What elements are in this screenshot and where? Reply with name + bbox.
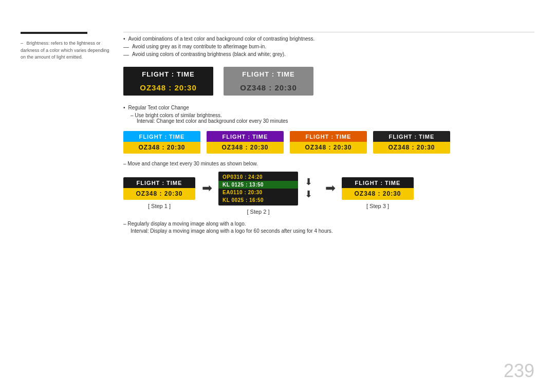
sub-title-text: Regular Text color Change (128, 105, 189, 110)
scroll-row-2-text: KL 0125 : 13:50 (223, 182, 264, 188)
bottom-note-1-text: – Regularly display a moving image along… (123, 221, 246, 227)
step-3-header-text: FLIGHT : TIME (355, 180, 401, 186)
step-3-label: [ Step 3 ] (366, 203, 389, 209)
step-3-body-text: OZ348 : 20:30 (354, 190, 401, 197)
sidebar-text: – Brightness: refers to the lightness or… (21, 40, 116, 61)
sub-dash1: – Use bright colors of similar brightnes… (131, 113, 534, 118)
panel-body-dark: OZ348 : 20:30 (123, 81, 213, 96)
scroll-row-1-text: OP0310 : 24:20 (223, 174, 263, 180)
down-arrow-2: ⬇ (305, 189, 312, 200)
step-row: FLIGHT : TIME OZ348 : 20:30 [ Step 1 ] ➡… (123, 172, 534, 215)
mini-header-dark4-text: FLIGHT : TIME (389, 134, 435, 140)
main-content: • Avoid combinations of a text color and… (123, 32, 534, 234)
step-1-body: OZ348 : 20:30 (123, 188, 195, 200)
mini-header-purple: FLIGHT : TIME (207, 131, 284, 142)
panel-body-dark-text: OZ348 : 20:30 (140, 83, 197, 92)
step-2-item: OP0310 : 24:20 KL 0125 : 13:50 EA0110 : … (218, 172, 298, 215)
step-1-label: [ Step 1 ] (148, 203, 171, 209)
flight-panel-gray: FLIGHT : TIME OZ348 : 20:30 (224, 67, 313, 96)
mini-header-orange: FLIGHT : TIME (290, 131, 367, 142)
scroll-row-3-text: EA0110 : 20:30 (223, 190, 263, 195)
mini-panel-orange: FLIGHT : TIME OZ348 : 20:30 (290, 131, 367, 154)
mini-body-dark4: OZ348 : 20:30 (373, 142, 450, 154)
move-note: – Move and change text every 30 minutes … (123, 161, 534, 166)
bottom-note-2-text: Interval: Display a moving image along w… (131, 228, 333, 234)
bullet-item-1: • Avoid combinations of a text color and… (123, 36, 534, 42)
down-arrows: ⬇ ⬇ (298, 176, 319, 210)
sub-section: • Regular Text color Change – Use bright… (123, 105, 534, 124)
panel-body-gray: OZ348 : 20:30 (224, 81, 313, 96)
dash-text-2: Avoid using colors of contrasting bright… (132, 51, 286, 57)
mini-header-blue-text: FLIGHT : TIME (139, 134, 185, 140)
scroll-row-4: KL 0025 : 16:50 (218, 196, 298, 204)
bottom-note-2: Interval: Display a moving image along w… (131, 228, 534, 234)
mini-body-purple-text: OZ348 : 20:30 (221, 144, 268, 151)
step-1-body-text: OZ348 : 20:30 (136, 190, 182, 197)
step-1-header: FLIGHT : TIME (123, 177, 195, 188)
step-3-item: FLIGHT : TIME OZ348 : 20:30 [ Step 3 ] (342, 177, 414, 209)
bottom-note-1: – Regularly display a moving image along… (123, 221, 534, 227)
sub-title: • Regular Text color Change (123, 105, 534, 110)
mini-header-orange-text: FLIGHT : TIME (306, 134, 351, 140)
panel-header-gray-text: FLIGHT : TIME (242, 70, 295, 78)
sub-dash2-text: Interval: Change text color and backgrou… (137, 118, 288, 124)
mini-body-dark4-text: OZ348 : 20:30 (388, 144, 435, 151)
down-arrow-1: ⬇ (305, 176, 312, 188)
scroll-row-2: KL 0125 : 13:50 (218, 181, 298, 189)
sidebar-dash: – (21, 40, 23, 47)
step-1-header-text: FLIGHT : TIME (137, 180, 182, 186)
step-3-header: FLIGHT : TIME (342, 177, 414, 188)
four-panels-row: FLIGHT : TIME OZ348 : 20:30 FLIGHT : TIM… (123, 131, 534, 154)
panel-body-gray-text: OZ348 : 20:30 (240, 83, 297, 92)
arrow-2: ➡ (319, 181, 342, 206)
mini-body-orange: OZ348 : 20:30 (290, 142, 367, 154)
page-number: 239 (504, 360, 534, 382)
mini-header-purple-text: FLIGHT : TIME (223, 134, 268, 140)
mini-header-dark4: FLIGHT : TIME (373, 131, 450, 142)
bottom-notes: – Regularly display a moving image along… (123, 221, 534, 234)
step-2-label: [ Step 2 ] (247, 209, 269, 215)
panel-header-dark: FLIGHT : TIME (123, 67, 213, 81)
step-3-body: OZ348 : 20:30 (342, 188, 414, 200)
arrow-1: ➡ (195, 181, 218, 206)
mini-panel-purple: FLIGHT : TIME OZ348 : 20:30 (207, 131, 284, 154)
step-1-item: FLIGHT : TIME OZ348 : 20:30 [ Step 1 ] (123, 177, 195, 209)
dash-sym-2: — (123, 51, 129, 58)
main-flight-panels: FLIGHT : TIME OZ348 : 20:30 FLIGHT : TIM… (123, 67, 534, 96)
dash-sym-1: — (123, 44, 129, 50)
mini-panel-blue: FLIGHT : TIME OZ348 : 20:30 (123, 131, 200, 154)
step-2-scroll-panel: OP0310 : 24:20 KL 0125 : 13:50 EA0110 : … (218, 172, 298, 206)
sidebar: – Brightness: refers to the lightness or… (21, 32, 116, 61)
dash-text-1: Avoid using grey as it may contribute to… (132, 44, 266, 49)
move-note-text: – Move and change text every 30 minutes … (123, 161, 258, 166)
sidebar-content: Brightness: refers to the lightness or d… (21, 41, 109, 60)
sub-bullet: • (123, 105, 125, 110)
sidebar-accent-bar (21, 32, 87, 34)
mini-panel-dark4: FLIGHT : TIME OZ348 : 20:30 (373, 131, 450, 154)
sub-dash2: Interval: Change text color and backgrou… (137, 118, 534, 124)
bullet-text-1: Avoid combinations of a text color and b… (128, 36, 315, 42)
scroll-row-3: EA0110 : 20:30 (218, 189, 298, 196)
step-1-panel: FLIGHT : TIME OZ348 : 20:30 (123, 177, 195, 200)
bullet-dot: • (123, 36, 125, 42)
scroll-row-1: OP0310 : 24:20 (218, 173, 298, 181)
mini-body-blue: OZ348 : 20:30 (123, 142, 200, 154)
panel-header-dark-text: FLIGHT : TIME (142, 70, 195, 78)
mini-body-purple: OZ348 : 20:30 (207, 142, 284, 154)
mini-body-orange-text: OZ348 : 20:30 (305, 144, 351, 151)
flight-panel-dark: FLIGHT : TIME OZ348 : 20:30 (123, 67, 213, 96)
panel-header-gray: FLIGHT : TIME (224, 67, 313, 81)
step-3-panel: FLIGHT : TIME OZ348 : 20:30 (342, 177, 414, 200)
scroll-row-4-text: KL 0025 : 16:50 (223, 197, 264, 203)
sub-dash1-text: – Use bright colors of similar brightnes… (131, 113, 222, 118)
dash-item-1: — Avoid using grey as it may contribute … (123, 44, 534, 50)
mini-header-blue: FLIGHT : TIME (123, 131, 200, 142)
bullets-section: • Avoid combinations of a text color and… (123, 36, 534, 58)
dash-item-2: — Avoid using colors of contrasting brig… (123, 51, 534, 58)
mini-body-blue-text: OZ348 : 20:30 (138, 144, 185, 151)
